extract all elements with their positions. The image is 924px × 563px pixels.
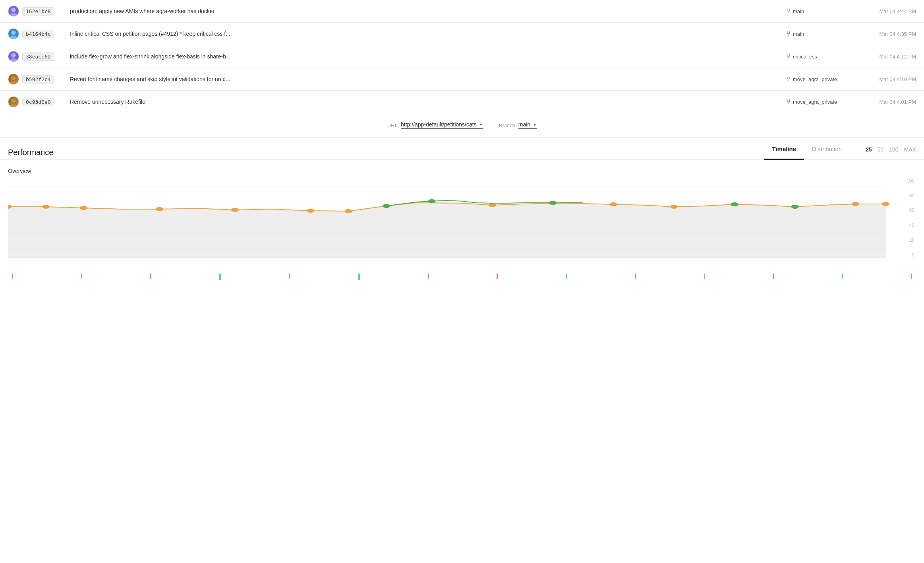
y-label-20: 20 xyxy=(907,237,914,243)
chevron-down-icon: ▼ xyxy=(479,122,483,127)
branch-name: move_agra_private xyxy=(793,99,837,105)
svg-point-34 xyxy=(428,199,435,203)
tick-group xyxy=(358,274,360,280)
branch-name: critical-css xyxy=(793,54,817,60)
commit-hash-group: 162e1bc8 xyxy=(8,6,64,17)
tab-distribution[interactable]: Distribution xyxy=(804,146,850,160)
tick-pink xyxy=(773,274,774,279)
avatar xyxy=(8,28,19,39)
table-row: b4164b4c Inline critical CSS on petition… xyxy=(0,23,924,45)
url-selector-group: URL http://app-default/petitions/cats ▼ xyxy=(387,121,483,129)
tick-group xyxy=(219,274,221,280)
y-label-80: 80 xyxy=(907,193,914,198)
commit-hash[interactable]: b4164b4c xyxy=(22,30,54,38)
avatar xyxy=(8,51,19,62)
tab-timeline[interactable]: Timeline xyxy=(764,146,804,160)
commit-hash[interactable]: b592f2c4 xyxy=(22,75,54,83)
svg-point-27 xyxy=(609,202,617,206)
tick-pink xyxy=(911,274,912,279)
performance-chart xyxy=(8,178,916,266)
tick-pink xyxy=(150,274,151,279)
commit-hash[interactable]: 0c93d0a0 xyxy=(22,98,54,106)
y-label-100: 100 xyxy=(907,178,914,184)
svg-point-7 xyxy=(10,81,17,85)
tick-pink xyxy=(12,274,13,279)
svg-point-20 xyxy=(155,207,163,211)
commit-message: production: apply new AMIs where agra-wo… xyxy=(70,8,780,14)
tick-teal xyxy=(566,274,567,279)
commit-hash-group: 0c93d0a0 xyxy=(8,96,64,107)
performance-title: Performance xyxy=(8,148,54,157)
zoom-100[interactable]: 100 xyxy=(889,146,898,153)
tick-teal xyxy=(842,274,843,279)
tick-group xyxy=(81,274,82,280)
branch-name: main xyxy=(793,8,804,14)
tick-teal xyxy=(81,274,82,279)
url-label: URL xyxy=(387,122,398,128)
svg-point-3 xyxy=(10,36,17,39)
svg-point-37 xyxy=(791,205,799,209)
commit-time: Mar 04 4:10 PM xyxy=(864,76,916,82)
url-dropdown[interactable]: http://app-default/petitions/cats ▼ xyxy=(401,121,483,129)
commit-hash[interactable]: 162e1bc8 xyxy=(22,7,54,16)
performance-header: Performance Timeline Distribution 25 50 … xyxy=(0,138,924,160)
zoom-max[interactable]: MAX xyxy=(904,146,916,153)
commit-message: Inline critical CSS on petition pages (#… xyxy=(70,31,780,37)
overview-label: Overview xyxy=(8,168,916,174)
branch-name: move_agra_private xyxy=(793,76,837,82)
commit-time: Mar 04 4:01 PM xyxy=(864,99,916,105)
chevron-down-icon: ▼ xyxy=(533,122,537,127)
zoom-25[interactable]: 25 xyxy=(866,146,872,153)
branch-icon: ⑂ xyxy=(787,8,791,15)
tick-group xyxy=(12,274,13,280)
tick-pink xyxy=(428,274,429,279)
chart-wrapper: 100 80 60 40 20 0 xyxy=(8,178,916,266)
table-row: 0c93d0a0 Remove unnecessary Rakefile ⑂ m… xyxy=(0,91,924,113)
svg-point-36 xyxy=(731,202,738,206)
branch-label: Branch xyxy=(499,122,515,128)
commit-hash-group: 38eace62 xyxy=(8,51,64,62)
branch-icon: ⑂ xyxy=(787,53,791,60)
branch-icon: ⑂ xyxy=(787,76,791,83)
svg-point-19 xyxy=(80,206,87,210)
tick-teal-wide xyxy=(219,274,221,280)
svg-point-0 xyxy=(11,8,15,12)
y-label-0: 0 xyxy=(907,252,914,258)
zoom-50[interactable]: 50 xyxy=(878,146,884,153)
tick-group xyxy=(566,274,567,280)
svg-point-31 xyxy=(852,202,859,206)
svg-point-22 xyxy=(307,209,314,213)
svg-point-4 xyxy=(11,53,15,58)
tick-marks xyxy=(8,274,916,280)
branch-selector-group: Branch main ▼ xyxy=(499,121,537,129)
tick-group xyxy=(911,274,912,280)
y-axis: 100 80 60 40 20 0 xyxy=(907,178,916,258)
svg-point-18 xyxy=(42,205,50,209)
ticks-area xyxy=(8,269,916,285)
branch-info: ⑂ move_agra_private xyxy=(787,76,858,83)
svg-point-28 xyxy=(670,205,678,209)
tick-teal-wide xyxy=(358,274,360,280)
branch-icon: ⑂ xyxy=(787,30,791,37)
tick-pink xyxy=(635,274,636,279)
avatar xyxy=(8,96,19,107)
commit-hash[interactable]: 38eace62 xyxy=(22,52,54,61)
tick-group xyxy=(635,274,636,280)
svg-point-21 xyxy=(231,208,239,212)
tick-teal xyxy=(704,274,705,279)
commit-message: include flex-grow and flex-shrink alongs… xyxy=(70,53,780,60)
branch-info: ⑂ main xyxy=(787,30,858,37)
commit-message: Revert font name changes and skip stylel… xyxy=(70,76,780,82)
avatar xyxy=(8,74,19,85)
svg-point-2 xyxy=(11,31,15,35)
svg-point-1 xyxy=(10,13,17,17)
commit-hash-group: b4164b4c xyxy=(8,28,64,39)
tick-group xyxy=(497,274,498,280)
svg-point-8 xyxy=(11,99,15,103)
svg-point-35 xyxy=(549,201,557,205)
commit-time: Mar 04 4:44 PM xyxy=(864,8,916,14)
svg-point-6 xyxy=(11,76,15,80)
branch-dropdown[interactable]: main ▼ xyxy=(518,121,537,129)
branch-icon: ⑂ xyxy=(787,98,791,105)
selector-bar: URL http://app-default/petitions/cats ▼ … xyxy=(0,113,924,138)
